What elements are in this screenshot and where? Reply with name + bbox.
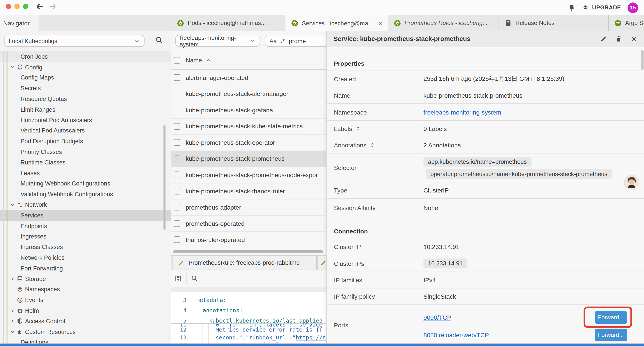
sidebar-item-horizontal-pod-autoscalers[interactable]: Horizontal Pod Autoscalers — [0, 115, 171, 125]
sidebar-scrollbar[interactable] — [164, 125, 166, 230]
editor-tab-partial[interactable] — [318, 256, 326, 270]
sidebar-item-custom-resources[interactable]: Custom Resources — [0, 327, 171, 337]
forward-button[interactable]: Forward... — [595, 329, 627, 341]
sidebar-item-mutating-webhook-configurations[interactable]: Mutating Webhook Configurations — [0, 178, 171, 189]
delete-trash-icon[interactable] — [615, 35, 622, 42]
forward-icon[interactable] — [48, 2, 57, 11]
sidebar-item-config[interactable]: Config — [0, 62, 171, 72]
table-row-prometheus-operated[interactable]: prometheus-operated — [171, 216, 326, 232]
detail-scrollbar[interactable] — [641, 50, 644, 70]
sidebar-item-leases[interactable]: Leases — [0, 168, 171, 178]
row-checkbox[interactable] — [174, 74, 180, 81]
chevron-down-icon[interactable] — [10, 329, 15, 335]
sidebar-item-vertical-pod-autoscalers[interactable]: Vertical Pod Autoscalers — [0, 125, 171, 136]
namespace-link[interactable]: freeleaps-monitoring-system — [424, 109, 501, 116]
table-row-prometheus-adapter[interactable]: prometheus-adapter — [171, 200, 326, 216]
row-checkbox[interactable] — [174, 172, 180, 178]
chevron-right-icon[interactable] — [10, 276, 15, 281]
row-checkbox[interactable] — [174, 107, 180, 113]
sidebar-item-limit-ranges[interactable]: Limit Ranges — [0, 104, 171, 115]
tab-close-icon[interactable] — [378, 20, 384, 26]
table-row-kube-prometheus-stack-prometheus[interactable]: kube-prometheus-stack-prometheus — [171, 151, 326, 167]
sidebar-item-secrets[interactable]: Secrets — [0, 83, 171, 93]
tab-prometheus-rules-icecheng[interactable]: Prometheus Rules - icecheng... — [388, 15, 499, 31]
sidebar-item-port-forwarding[interactable]: Port Forwarding — [0, 263, 171, 274]
table-row-kube-prometheus-stack-prometheus-node-expor[interactable]: kube-prometheus-stack-prometheus-node-ex… — [171, 167, 326, 183]
row-checkbox[interactable] — [174, 139, 180, 146]
chevron-right-icon[interactable] — [10, 308, 15, 313]
column-header-name[interactable]: Name — [186, 57, 202, 64]
row-checkbox[interactable] — [174, 220, 180, 227]
sort-toggle-icon[interactable] — [370, 142, 375, 148]
table-row-kube-prometheus-stack-alertmanager[interactable]: kube-prometheus-stack-alertmanager — [171, 86, 326, 102]
row-checkbox[interactable] — [174, 237, 180, 243]
sidebar-item-validating-webhook-configurations[interactable]: Validating Webhook Configurations — [0, 189, 171, 200]
table-row-alertmanager-operated[interactable]: alertmanager-operated — [171, 70, 326, 86]
code-line: 5kubectl.kubernetes.io/last-applied-con — [171, 317, 326, 324]
row-checkbox[interactable] — [174, 155, 180, 162]
sidebar-item-access-control[interactable]: Access Control — [0, 316, 171, 327]
table-horizontal-scrollbar[interactable] — [173, 250, 323, 253]
namespace-selector[interactable]: freeleaps-monitoring-system — [175, 35, 260, 47]
sidebar-item-config-maps[interactable]: Config Maps — [0, 72, 171, 83]
sidebar-item-storage[interactable]: Storage — [0, 274, 171, 284]
code-link[interactable]: https://net — [296, 334, 326, 341]
tab-navigator[interactable]: Navigator — [0, 15, 39, 31]
sidebar-item-priority-classes[interactable]: Priority Classes — [0, 146, 171, 157]
sidebar-item-cron-jobs[interactable]: Cron Jobs — [0, 51, 171, 62]
table-row-kube-prometheus-stack-grafana[interactable]: kube-prometheus-stack-grafana — [171, 102, 326, 118]
window-zoom-button[interactable] — [23, 4, 28, 9]
navigator-search-icon[interactable] — [155, 36, 163, 44]
filter-input[interactable]: Aa .* prome — [265, 35, 326, 47]
notification-count-badge[interactable]: 15 — [628, 2, 638, 13]
table-row-kube-prometheus-stack-thanos-ruler[interactable]: kube-prometheus-stack-thanos-ruler — [171, 183, 326, 200]
row-checkbox[interactable] — [174, 91, 180, 97]
kubeconfig-selector[interactable]: Local Kubeconfigs — [4, 35, 145, 47]
tab-release-notes[interactable]: Release Notes — [499, 15, 609, 31]
match-case-icon[interactable]: Aa — [270, 37, 277, 44]
editor-search-icon[interactable] — [191, 275, 198, 282]
sidebar-item-runtime-classes[interactable]: Runtime Classes — [0, 157, 171, 168]
select-all-checkbox[interactable] — [174, 57, 180, 63]
sidebar-item-helm[interactable]: Helm — [0, 305, 171, 316]
table-row-kube-prometheus-stack-operator[interactable]: kube-prometheus-stack-operator — [171, 135, 326, 151]
edit-pencil-icon[interactable] — [600, 35, 607, 42]
row-checkbox[interactable] — [174, 123, 180, 130]
upgrade-button[interactable]: UPGRADE — [582, 4, 621, 11]
sidebar-item-endpoints[interactable]: Endpoints — [0, 221, 171, 231]
editor-tab-prometheusrule[interactable]: PrometheusRule: freeleaps-prod-rabbitmq — [172, 256, 317, 270]
sidebar-item-pod-disruption-budgets[interactable]: Pod Disruption Budgets — [0, 136, 171, 146]
sidebar-item-ingress-classes[interactable]: Ingress Classes — [0, 242, 171, 252]
chevron-down-icon[interactable] — [10, 202, 15, 207]
port-link[interactable]: 8080:reloader-web/TCP — [424, 331, 489, 338]
window-minimize-button[interactable] — [14, 4, 20, 9]
sidebar-item-network[interactable]: Network — [0, 200, 171, 210]
sidebar-item-events[interactable]: Events — [0, 295, 171, 305]
chevron-right-icon[interactable] — [10, 319, 15, 324]
regex-icon[interactable]: .* — [281, 37, 285, 44]
table-row-kube-prometheus-stack-kube-state-metrics[interactable]: kube-prometheus-stack-kube-state-metrics — [171, 118, 326, 135]
code-text: metadata: — [196, 296, 226, 304]
tab-services-icecheng-math[interactable]: Services - icecheng@math... — [286, 15, 388, 31]
sidebar-item-resource-quotas[interactable]: Resource Quotas — [0, 94, 171, 104]
sidebar-item-network-policies[interactable]: Network Policies — [0, 253, 171, 263]
sidebar-item-services[interactable]: Services — [0, 210, 171, 221]
back-icon[interactable] — [35, 2, 44, 11]
window-close-button[interactable] — [6, 4, 11, 9]
table-row-thanos-ruler-operated[interactable]: thanos-ruler-operated — [171, 232, 326, 248]
tab-argo-se[interactable]: Argo Se — [609, 15, 644, 31]
row-checkbox[interactable] — [174, 204, 180, 211]
sort-toggle-icon[interactable] — [355, 125, 360, 132]
sort-ascending-icon[interactable] — [206, 57, 211, 63]
tab-pods-icecheng-mathmas[interactable]: Pods - icecheng@mathmas... — [171, 15, 286, 31]
save-icon[interactable] — [174, 275, 182, 282]
close-icon[interactable] — [630, 35, 638, 42]
sidebar-item-namespaces[interactable]: Namespaces — [0, 284, 171, 295]
sidebar-item-ingresses[interactable]: Ingresses — [0, 231, 171, 242]
chevron-down-icon[interactable] — [10, 65, 15, 70]
notifications-bell-icon[interactable] — [568, 4, 576, 11]
avatar[interactable] — [624, 175, 640, 190]
port-link[interactable]: 9090/TCP — [424, 314, 451, 321]
row-checkbox[interactable] — [174, 188, 180, 194]
yaml-editor[interactable]: 3metadata:4annotations:5kubectl.kubernet… — [171, 292, 326, 346]
